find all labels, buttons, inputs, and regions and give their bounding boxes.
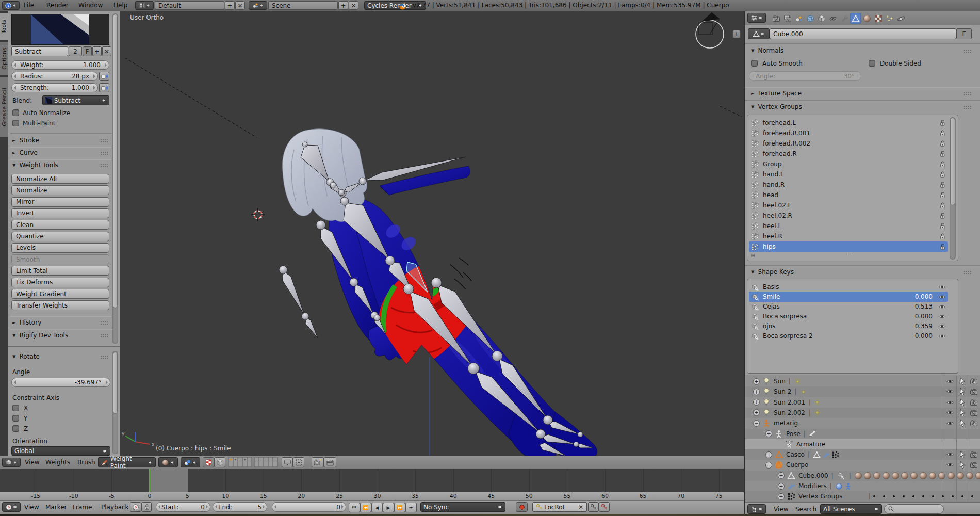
pivot-select[interactable]: [181, 457, 200, 467]
tab-constraints[interactable]: [827, 13, 838, 24]
axis-x-checkbox[interactable]: [12, 405, 19, 411]
outliner-display-select[interactable]: All Scenes: [820, 504, 882, 514]
weight-tool-button[interactable]: Levels: [11, 243, 109, 253]
play-reverse-button[interactable]: ◀: [371, 503, 383, 512]
menu-render[interactable]: Render: [46, 2, 69, 9]
close-layout-button[interactable]: ✕: [235, 1, 245, 10]
outliner-search-field[interactable]: [884, 504, 944, 514]
timeline-playback-menu[interactable]: Playback: [101, 504, 129, 511]
panel-shape-keys[interactable]: ▼Shape Keys: [751, 268, 794, 276]
axis-z-checkbox[interactable]: [12, 425, 19, 432]
vertex-group-row[interactable]: heel.L: [749, 221, 948, 231]
weight-slider[interactable]: Weight:1.000: [11, 60, 109, 70]
tab-scene[interactable]: [793, 13, 804, 24]
vertex-group-row[interactable]: hand.L: [749, 169, 948, 180]
screen-layout-field[interactable]: Default: [155, 1, 224, 10]
add-scene-button[interactable]: +: [338, 1, 348, 10]
panel-weight-tools[interactable]: ▼Weight Tools: [12, 162, 58, 169]
tab-render[interactable]: [771, 13, 781, 24]
opengl-anim-button[interactable]: [324, 457, 336, 467]
redo-title[interactable]: ▼Rotate: [12, 353, 40, 360]
editor-type-3dview-button[interactable]: [2, 458, 21, 467]
tab-physics[interactable]: [895, 13, 906, 24]
brush-users-count[interactable]: 2: [69, 46, 82, 56]
tab-particles[interactable]: [884, 13, 895, 24]
vertex-mask-toggle[interactable]: [214, 457, 225, 467]
shape-key-row[interactable]: Smile 0.000: [749, 292, 948, 302]
fake-user-button[interactable]: F: [956, 28, 972, 39]
proportional-edit-toggle[interactable]: [293, 457, 304, 467]
scene-icon-button[interactable]: [249, 1, 267, 10]
multi-paint-checkbox[interactable]: [12, 120, 19, 126]
lock-button[interactable]: [141, 502, 152, 512]
outliner-view-menu[interactable]: View: [774, 506, 788, 513]
mesh-datablock-icon[interactable]: [748, 28, 770, 39]
viewport-3d[interactable]: x y User Ortho (0) Cuerpo : hips : Smile…: [120, 11, 744, 456]
insert-keyframe-button[interactable]: [588, 502, 599, 512]
redo-scrollbar[interactable]: [113, 352, 118, 414]
time-indicator-button[interactable]: [130, 502, 141, 512]
tab-world[interactable]: [805, 13, 815, 24]
outliner-row[interactable]: + Sun 2.001 |: [745, 397, 980, 408]
auto-normalize-checkbox[interactable]: [12, 109, 19, 116]
axis-y-checkbox[interactable]: [12, 415, 19, 422]
tab-grease-pencil[interactable]: Grease Pencil: [0, 77, 8, 137]
angle-slider[interactable]: -39.697°: [11, 378, 110, 387]
vertex-group-row[interactable]: forehead.R.002: [749, 138, 948, 149]
weight-tool-button[interactable]: Normalize All: [11, 174, 109, 184]
open-properties-region-button[interactable]: +: [732, 30, 741, 38]
add-layout-button[interactable]: +: [225, 1, 235, 10]
outliner-row[interactable]: + Cube.000 | |: [745, 471, 980, 481]
panel-history[interactable]: ►History: [12, 319, 41, 326]
view-menu[interactable]: View: [25, 459, 39, 466]
close-scene-button[interactable]: ✕: [349, 1, 358, 10]
shading-select[interactable]: [158, 457, 178, 467]
tab-tools[interactable]: Tools: [0, 13, 8, 40]
tab-modifiers[interactable]: [839, 13, 850, 24]
panel-curve[interactable]: ►Curve: [12, 149, 38, 156]
outliner-row[interactable]: + Vertex Groups |: [745, 491, 980, 502]
double-sided-checkbox[interactable]: [869, 60, 875, 67]
radius-slider[interactable]: Radius:28 px: [11, 72, 98, 81]
outliner-row[interactable]: + Sun |: [745, 376, 980, 386]
vertex-group-row[interactable]: heel.R: [749, 231, 948, 241]
weight-tool-button[interactable]: Mirror: [11, 197, 109, 207]
playhead[interactable]: [149, 469, 150, 492]
outliner-row[interactable]: − metarig: [745, 418, 980, 428]
vgroup-add-mini[interactable]: ⊕: [750, 252, 755, 259]
tab-texture[interactable]: [873, 13, 884, 24]
strength-pressure-toggle[interactable]: [99, 83, 109, 92]
timeline-frame-menu[interactable]: Frame: [73, 504, 92, 511]
record-button[interactable]: [516, 502, 528, 512]
timeline-view-menu[interactable]: View: [24, 504, 39, 511]
next-keyframe-button[interactable]: ⏩: [394, 503, 405, 512]
jump-end-button[interactable]: ⏭: [405, 503, 417, 512]
mode-select[interactable]: Weight Paint: [98, 457, 156, 467]
radius-pressure-toggle[interactable]: [99, 72, 109, 81]
tab-object[interactable]: [816, 13, 827, 24]
tab-object-data[interactable]: [850, 13, 861, 24]
weight-tool-button[interactable]: Smooth: [11, 254, 109, 264]
shape-key-row[interactable]: Boca sorpresa 2 0.000: [749, 331, 948, 341]
vertex-group-row[interactable]: forehead.R.001: [749, 128, 948, 138]
sync-select[interactable]: No Sync: [420, 502, 505, 512]
vertex-group-row[interactable]: heel.02.L: [749, 200, 948, 211]
shape-key-row[interactable]: Basis: [749, 282, 948, 292]
keying-set-field[interactable]: LocRot✕: [532, 502, 587, 512]
paint-mask-toggle[interactable]: [203, 457, 214, 467]
shape-key-row[interactable]: Boca sorpresa 0.000: [749, 311, 948, 321]
brush-menu[interactable]: Brush: [77, 459, 95, 466]
delete-keyframe-button[interactable]: [599, 502, 610, 512]
toolshelf-scrollbar[interactable]: [113, 14, 118, 308]
outliner-row[interactable]: + Pose |: [745, 429, 980, 439]
weight-tool-button[interactable]: Clean: [11, 220, 109, 230]
vertex-group-row[interactable]: head: [749, 190, 948, 200]
brush-fake-user-button[interactable]: F: [83, 46, 92, 56]
tab-material[interactable]: [861, 13, 872, 24]
vertex-group-row[interactable]: hand.R: [749, 180, 948, 190]
weight-tool-button[interactable]: Invert: [11, 208, 109, 218]
brush-add-button[interactable]: +: [92, 46, 102, 56]
screen-layout-icon-button[interactable]: [135, 1, 154, 10]
brush-name-field[interactable]: Subtract: [11, 46, 68, 56]
outliner-row[interactable]: + Sun 2.002 |: [745, 408, 980, 418]
